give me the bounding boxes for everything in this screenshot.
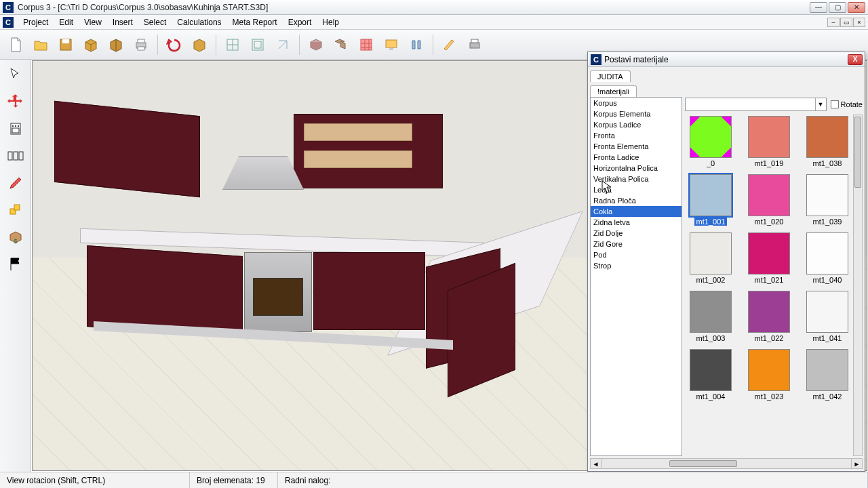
material-swatch[interactable]: mt1_004 (686, 349, 735, 401)
swatch-label: mt1_004 (694, 392, 728, 401)
category-item[interactable]: Korpus Ladice (591, 119, 682, 130)
tb-tool1[interactable] (405, 33, 428, 56)
swatch-label: mt1_038 (811, 159, 844, 167)
tool-select[interactable] (5, 64, 26, 85)
material-swatch[interactable]: mt1_003 (686, 291, 735, 342)
tb-grid[interactable] (355, 33, 378, 56)
tb-save[interactable] (54, 33, 77, 56)
dialog-titlebar[interactable]: C Postavi materijale X (588, 52, 865, 67)
material-swatch[interactable]: mt1_039 (803, 174, 852, 226)
tb-screen[interactable] (380, 33, 403, 56)
tool-flag[interactable] (5, 253, 26, 275)
category-item[interactable]: Zid Gore (591, 239, 682, 249)
menu-edit[interactable]: Edit (54, 16, 79, 28)
swatch-vertical-scrollbar[interactable] (853, 115, 863, 456)
material-swatch[interactable]: mt1_038 (803, 116, 852, 167)
category-item[interactable]: Korpus Elementa (591, 108, 682, 119)
category-item[interactable]: Korpus (591, 98, 682, 108)
svg-point-14 (12, 125, 14, 127)
materials-dialog: C Postavi materijale X JUDITA !materijal… (587, 52, 865, 472)
category-item[interactable]: Fronta Elementa (591, 141, 682, 152)
category-item[interactable]: Fronta (591, 130, 682, 141)
tool-appliance[interactable] (5, 118, 26, 140)
dialog-tab-judita[interactable]: JUDITA (590, 70, 631, 82)
svg-rect-1 (62, 39, 69, 43)
svg-rect-19 (14, 152, 18, 160)
category-item[interactable]: Fronta Ladice (591, 152, 682, 163)
svg-rect-8 (361, 39, 372, 50)
swatch-label: mt1_041 (811, 334, 844, 342)
menu-view[interactable]: View (79, 16, 107, 28)
category-item[interactable]: Zid Dolje (591, 228, 682, 239)
material-swatch[interactable]: mt1_002 (686, 232, 735, 284)
category-item[interactable]: Horizontalna Polica (591, 163, 682, 174)
material-swatch[interactable]: _0 (686, 116, 735, 167)
dialog-title: Postavi materijale (604, 55, 848, 64)
material-swatch[interactable]: mt1_020 (745, 174, 793, 226)
tb-mat1[interactable] (304, 33, 328, 56)
maximize-button[interactable]: ▢ (829, 2, 846, 13)
material-swatch[interactable]: mt1_022 (745, 291, 793, 342)
category-item[interactable]: Pod (591, 249, 682, 260)
category-item[interactable]: Strop (591, 260, 682, 271)
tb-print[interactable] (130, 33, 153, 56)
rotate-label: Rotate (841, 100, 863, 108)
mdi-minimize[interactable]: – (827, 18, 840, 27)
tool-cubes[interactable] (5, 199, 26, 221)
menu-calculations[interactable]: Calculations (172, 16, 226, 28)
tb-new[interactable] (4, 33, 27, 56)
swatch-label: mt1_020 (753, 218, 786, 226)
tb-mat2[interactable] (330, 33, 353, 56)
material-swatch[interactable]: mt1_041 (803, 291, 852, 342)
tool-grid-icon[interactable] (5, 145, 26, 167)
dialog-tab-materijali[interactable]: !materijali (590, 85, 637, 97)
category-item[interactable]: Vertikalna Polica (591, 174, 682, 184)
dialog-horizontal-scrollbar[interactable]: ◄► (590, 458, 863, 469)
rotate-checkbox[interactable]: Rotate (831, 100, 863, 108)
tb-open[interactable] (29, 33, 52, 56)
svg-rect-24 (11, 258, 19, 264)
tb-box1[interactable] (79, 33, 102, 56)
category-list[interactable]: KorpusKorpus ElementaKorpus LadiceFronta… (590, 97, 682, 456)
tool-pencil[interactable] (5, 172, 26, 194)
swatch-label: mt1_019 (753, 159, 786, 167)
tool-box-cost[interactable]: $ (5, 226, 26, 248)
category-item[interactable]: Ledja (591, 184, 682, 195)
status-order: Radni nalog: (278, 472, 868, 488)
svg-rect-3 (138, 39, 144, 43)
svg-point-15 (15, 125, 16, 127)
tb-view1[interactable] (221, 33, 244, 56)
dialog-close-button[interactable]: X (848, 54, 863, 65)
tb-undo[interactable] (163, 33, 186, 56)
menu-help[interactable]: Help (317, 16, 344, 28)
material-swatch[interactable]: mt1_042 (803, 349, 852, 401)
dialog-app-icon: C (591, 54, 601, 65)
menu-meta-report[interactable]: Meta Report (227, 16, 283, 28)
material-swatch[interactable]: mt1_019 (745, 116, 793, 167)
tool-move[interactable] (5, 91, 26, 113)
material-swatch[interactable]: mt1_001 (686, 174, 735, 226)
tb-view3[interactable] (271, 33, 294, 56)
mdi-restore[interactable]: ▭ (840, 18, 852, 27)
category-item[interactable]: Zidna letva (591, 217, 682, 228)
material-dropdown[interactable]: ▼ (685, 98, 827, 111)
menu-project[interactable]: Project (18, 16, 54, 28)
tb-package[interactable] (188, 33, 211, 56)
tb-edit[interactable] (438, 33, 461, 56)
category-item[interactable]: Radna Ploča (591, 195, 682, 206)
material-swatch[interactable]: mt1_023 (745, 349, 793, 401)
tb-box2[interactable] (104, 33, 127, 56)
menu-insert[interactable]: Insert (107, 16, 138, 28)
tb-view2[interactable] (246, 33, 269, 56)
category-item[interactable]: Cokla (591, 206, 682, 217)
material-swatch[interactable]: mt1_040 (803, 232, 852, 284)
svg-rect-20 (19, 152, 23, 160)
mdi-close[interactable]: × (853, 18, 865, 27)
swatch-label: mt1_001 (694, 218, 728, 226)
material-swatch[interactable]: mt1_021 (745, 232, 793, 284)
menu-select[interactable]: Select (138, 16, 172, 28)
close-button[interactable]: ✕ (848, 2, 865, 13)
tb-print2[interactable] (463, 33, 486, 56)
minimize-button[interactable]: — (810, 2, 827, 13)
menu-export[interactable]: Export (283, 16, 317, 28)
